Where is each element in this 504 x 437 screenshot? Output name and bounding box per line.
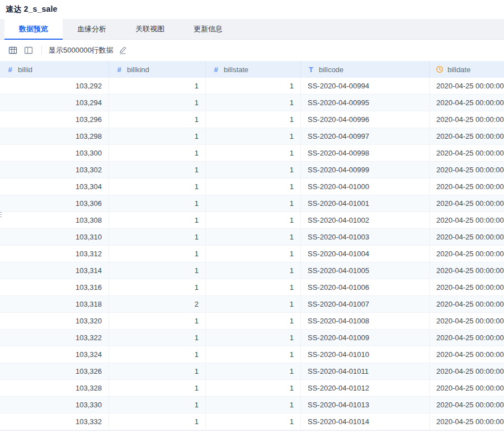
cell-billdate: 2020-04-25 00:00:00 xyxy=(430,111,504,128)
table-row: 103,32411SS-2020-04-010102020-04-25 00:0… xyxy=(0,346,504,363)
toolbar: 显示5000000行数据 xyxy=(0,40,504,61)
cell-billkind: 1 xyxy=(109,178,206,195)
page-title: 速达 2_s_sale xyxy=(6,4,57,15)
cell-billdate: 2020-04-25 00:00:00 xyxy=(430,380,504,396)
cell-billcode: SS-2020-04-01001 xyxy=(301,195,430,212)
cell-billstate: 1 xyxy=(206,145,301,161)
table-row: 103,29411SS-2020-04-009952020-04-25 00:0… xyxy=(0,95,504,111)
tab-item-3[interactable]: 更新信息 xyxy=(179,19,237,39)
table-row: 103,29611SS-2020-04-009962020-04-25 00:0… xyxy=(0,111,504,128)
cell-billid: 103,318 xyxy=(0,296,109,312)
tab-item-0[interactable]: 数据预览 xyxy=(4,19,63,39)
cell-billcode: SS-2020-04-01005 xyxy=(301,262,430,279)
cell-billdate: 2020-04-25 00:00:00 xyxy=(430,313,504,329)
cell-billid: 103,302 xyxy=(0,162,109,178)
cell-billcode: SS-2020-04-00999 xyxy=(301,162,430,178)
column-header-billcode[interactable]: Tbillcode xyxy=(301,61,430,78)
cell-billdate: 2020-04-25 00:00:00 xyxy=(430,162,504,178)
number-type-icon: # xyxy=(115,65,124,74)
table-grid-icon[interactable] xyxy=(7,44,19,57)
cell-billkind: 1 xyxy=(109,262,206,279)
cell-billstate: 1 xyxy=(206,330,301,346)
cell-billid: 103,292 xyxy=(0,78,109,94)
cell-billid: 103,294 xyxy=(0,95,109,111)
cell-billdate: 2020-04-25 00:00:00 xyxy=(430,178,504,195)
cell-billkind: 1 xyxy=(109,330,206,346)
cell-billdate: 2020-04-25 00:00:00 xyxy=(430,78,504,94)
column-header-billstate[interactable]: #billstate xyxy=(206,61,301,78)
panel-resize-handle[interactable] xyxy=(0,207,3,222)
edit-pencil-icon[interactable] xyxy=(117,44,129,57)
cell-billstate: 1 xyxy=(206,162,301,178)
table-row: 103,32611SS-2020-04-010112020-04-25 00:0… xyxy=(0,363,504,380)
cell-billcode: SS-2020-04-01013 xyxy=(301,397,430,413)
table-row: 103,33211SS-2020-04-010142020-04-25 00:0… xyxy=(0,413,504,430)
cell-billstate: 1 xyxy=(206,313,301,329)
cell-billcode: SS-2020-04-00996 xyxy=(301,111,430,128)
tab-item-1[interactable]: 血缘分析 xyxy=(63,19,121,39)
cell-billstate: 1 xyxy=(206,229,301,245)
column-header-billkind[interactable]: #billkind xyxy=(109,61,206,78)
cell-billstate: 1 xyxy=(206,413,301,430)
cell-billdate: 2020-04-25 00:00:00 xyxy=(430,212,504,228)
cell-billdate: 2020-04-25 00:00:00 xyxy=(430,296,504,312)
column-label: billcode xyxy=(319,65,343,74)
cell-billstate: 1 xyxy=(206,279,301,295)
table-row: 103,33011SS-2020-04-010132020-04-25 00:0… xyxy=(0,397,504,413)
cell-billdate: 2020-04-25 00:00:00 xyxy=(430,128,504,144)
cell-billstate: 1 xyxy=(206,128,301,144)
cell-billdate: 2020-04-25 00:00:00 xyxy=(430,195,504,212)
cell-billid: 103,326 xyxy=(0,363,109,379)
cell-billkind: 1 xyxy=(109,111,206,128)
table-row: 103,31411SS-2020-04-010052020-04-25 00:0… xyxy=(0,262,504,279)
cell-billstate: 1 xyxy=(206,363,301,379)
cell-billdate: 2020-04-25 00:00:00 xyxy=(430,397,504,413)
column-label: billid xyxy=(18,65,32,74)
column-header-billid[interactable]: #billid xyxy=(0,61,109,78)
cell-billdate: 2020-04-25 00:00:00 xyxy=(430,413,504,430)
column-label: billstate xyxy=(224,65,248,74)
cell-billdate: 2020-04-25 00:00:00 xyxy=(430,330,504,346)
text-type-icon: T xyxy=(307,65,315,74)
cell-billcode: SS-2020-04-01002 xyxy=(301,212,430,228)
cell-billcode: SS-2020-04-01004 xyxy=(301,246,430,262)
cell-billcode: SS-2020-04-00994 xyxy=(301,78,430,94)
cell-billid: 103,312 xyxy=(0,246,109,262)
cell-billdate: 2020-04-25 00:00:00 xyxy=(430,229,504,245)
cell-billcode: SS-2020-04-01009 xyxy=(301,330,430,346)
cell-billid: 103,308 xyxy=(0,212,109,228)
table-row: 103,30411SS-2020-04-010002020-04-25 00:0… xyxy=(0,178,504,195)
toolbar-divider xyxy=(41,46,42,55)
cell-billstate: 1 xyxy=(206,262,301,279)
table-row: 103,29811SS-2020-04-009972020-04-25 00:0… xyxy=(0,128,504,145)
cell-billkind: 1 xyxy=(109,346,206,363)
cell-billstate: 1 xyxy=(206,397,301,413)
number-type-icon: # xyxy=(6,65,15,74)
cell-billdate: 2020-04-25 00:00:00 xyxy=(430,346,504,363)
cell-billid: 103,300 xyxy=(0,145,109,161)
cell-billkind: 1 xyxy=(109,313,206,329)
cell-billstate: 1 xyxy=(206,296,301,312)
cell-billid: 103,316 xyxy=(0,279,109,295)
cell-billstate: 1 xyxy=(206,178,301,195)
cell-billcode: SS-2020-04-01011 xyxy=(301,363,430,379)
cell-billstate: 1 xyxy=(206,111,301,128)
number-type-icon: # xyxy=(211,65,220,74)
clock-icon xyxy=(435,65,444,73)
table-row: 103,31011SS-2020-04-010032020-04-25 00:0… xyxy=(0,229,504,246)
cell-billstate: 1 xyxy=(206,380,301,396)
cell-billcode: SS-2020-04-01003 xyxy=(301,229,430,245)
table-header-row: #billid#billkind#billstateTbillcodebilld… xyxy=(0,61,504,78)
tab-bar: 数据预览血缘分析关联视图更新信息 xyxy=(0,19,504,40)
cell-billcode: SS-2020-04-00998 xyxy=(301,145,430,161)
cell-billcode: SS-2020-04-01007 xyxy=(301,296,430,312)
cell-billid: 103,324 xyxy=(0,346,109,363)
cell-billkind: 1 xyxy=(109,229,206,245)
table-row: 103,31821SS-2020-04-010072020-04-25 00:0… xyxy=(0,296,504,313)
table-row: 103,29211SS-2020-04-009942020-04-25 00:0… xyxy=(0,78,504,95)
cell-billstate: 1 xyxy=(206,246,301,262)
column-header-billdate[interactable]: billdate xyxy=(430,61,504,78)
table-row: 103,32211SS-2020-04-010092020-04-25 00:0… xyxy=(0,330,504,346)
tab-item-2[interactable]: 关联视图 xyxy=(121,19,179,39)
board-view-icon[interactable] xyxy=(22,44,35,57)
